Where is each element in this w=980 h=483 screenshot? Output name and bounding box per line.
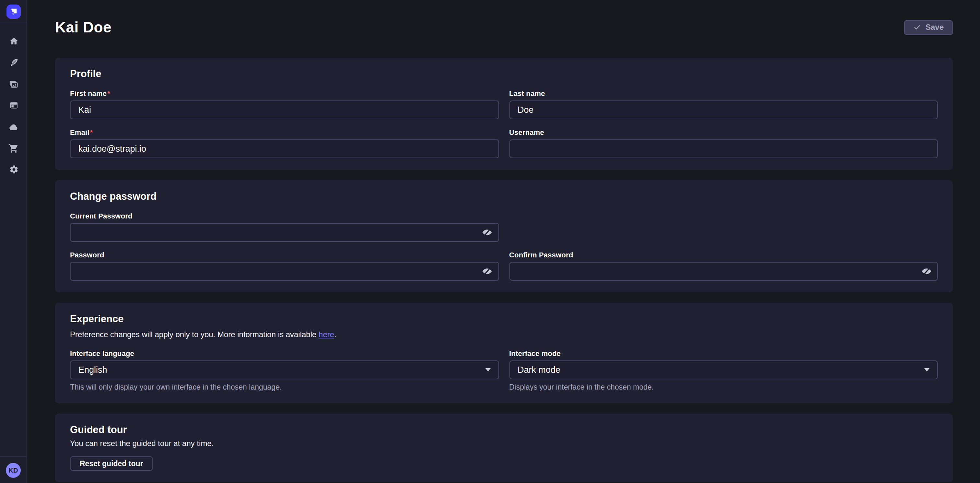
last-name-field: Last name [509,89,938,119]
email-field: Email* [70,128,499,158]
interface-mode-field: Interface mode Dark mode Displays your i… [509,349,938,392]
last-name-label: Last name [509,89,938,98]
feather-icon [9,58,19,67]
sidebar-item-marketplace[interactable] [0,137,27,159]
guided-tour-description: You can reset the guided tour at any tim… [70,438,938,449]
sidebar-item-media-library[interactable] [0,73,27,95]
toggle-confirm-password-visibility-button[interactable] [920,266,932,277]
password-field: Password [70,250,499,281]
toggle-password-visibility-button[interactable] [481,266,493,277]
current-password-field: Current Password [70,211,499,242]
sidebar-item-home[interactable] [0,30,27,52]
experience-heading: Experience [70,313,938,325]
interface-language-label: Interface language [70,349,499,358]
chevron-down-icon [924,368,929,371]
save-button-label: Save [926,23,944,32]
confirm-password-input[interactable] [509,262,938,281]
save-button[interactable]: Save [904,20,953,35]
eye-off-icon [921,266,932,277]
sidebar-item-cloud[interactable] [0,116,27,137]
interface-mode-label: Interface mode [509,349,938,358]
home-icon [9,36,19,46]
cart-icon [8,143,19,153]
sidebar-footer: KD [0,456,27,483]
profile-heading: Profile [70,68,938,80]
gear-icon [9,165,19,174]
media-library-icon [8,79,19,89]
change-password-card: Change password Current Password [55,180,953,292]
interface-mode-select[interactable]: Dark mode [509,360,938,379]
eye-off-icon [482,227,493,238]
first-name-input[interactable] [70,100,499,119]
toggle-current-password-visibility-button[interactable] [481,226,493,238]
page-title: Kai Doe [55,19,111,36]
workspace-logo-button[interactable] [0,0,27,23]
experience-description: Preference changes will apply only to yo… [70,329,938,340]
required-marker: * [107,89,110,97]
current-password-input[interactable] [70,223,499,242]
sidebar-item-content-manager[interactable] [0,52,27,73]
sidebar-nav [0,23,27,180]
guided-tour-card: Guided tour You can reset the guided tou… [55,414,953,482]
strapi-logo-icon [6,4,21,19]
guided-tour-heading: Guided tour [70,424,938,436]
username-field: Username [509,128,938,158]
reset-guided-tour-button[interactable]: Reset guided tour [70,456,153,471]
password-input[interactable] [70,262,499,281]
experience-card: Experience Preference changes will apply… [55,303,953,403]
first-name-field: First name* [70,89,499,119]
page-header: Kai Doe Save [55,18,953,36]
interface-mode-value: Dark mode [517,365,924,375]
main-content: Kai Doe Save Profile First name* Last na… [27,0,980,483]
sidebar-item-content-type-builder[interactable] [0,95,27,116]
interface-language-field: Interface language English This will onl… [70,349,499,392]
email-input[interactable] [70,139,499,158]
sidebar: KD [0,0,27,483]
interface-mode-hint: Displays your interface in the chosen mo… [509,383,938,392]
first-name-label: First name* [70,89,499,98]
username-input[interactable] [509,139,938,158]
password-label: Password [70,250,499,259]
confirm-password-field: Confirm Password [509,250,938,281]
interface-language-hint: This will only display your own interfac… [70,383,499,392]
profile-card: Profile First name* Last name Email* Use… [55,58,953,170]
current-password-label: Current Password [70,211,499,220]
required-marker: * [90,128,93,136]
layout-icon [9,100,19,110]
spacer-cell [509,211,938,242]
interface-language-value: English [78,365,485,375]
more-information-link[interactable]: here [318,330,334,339]
interface-language-select[interactable]: English [70,360,499,379]
email-label: Email* [70,128,499,137]
username-label: Username [509,128,938,137]
strapi-admin-app: KD Kai Doe Save Profile First name* [0,0,980,483]
cloud-icon [8,121,19,132]
sidebar-item-settings[interactable] [0,159,27,180]
change-password-heading: Change password [70,191,938,202]
confirm-password-label: Confirm Password [509,250,938,259]
chevron-down-icon [485,368,490,371]
check-icon [913,23,921,31]
user-avatar[interactable]: KD [6,462,21,478]
last-name-input[interactable] [509,100,938,119]
eye-off-icon [482,266,493,277]
